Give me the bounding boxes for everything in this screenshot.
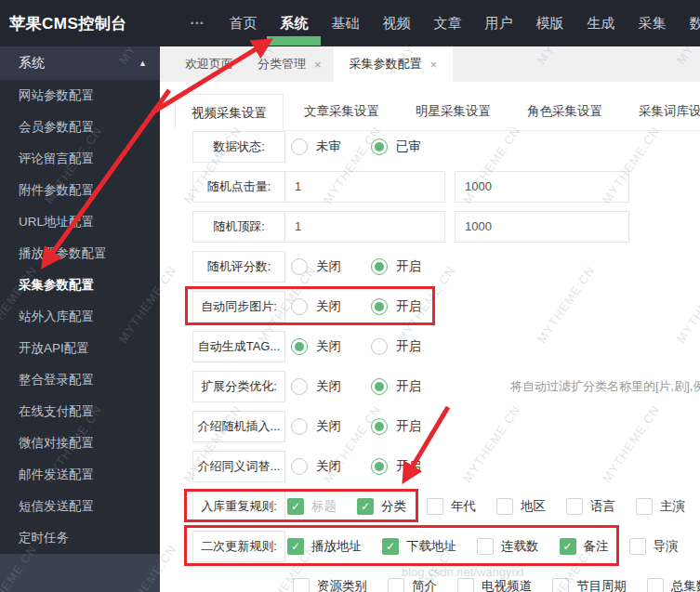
checkbox-title[interactable]: 标题 xyxy=(287,498,337,515)
radio-unaudited[interactable]: 未审 xyxy=(291,138,371,155)
form-row-intro-synonym-replace: 介绍同义词替... 关闭 开启 xyxy=(192,451,700,482)
checkbox-total-episodes[interactable]: 总集数 xyxy=(647,578,700,592)
sidebar-item-open-api[interactable]: 开放API配置 xyxy=(0,333,160,364)
form-row-auto-tag: 自动生成TAG... 关闭 开启 xyxy=(192,331,700,362)
form-row-extend-category-optimize: 扩展分类优化: 关闭 开启 将自动过滤扩分类名称里的[片,剧],例如动作片会 xyxy=(192,371,700,402)
sidebar-item-email-config[interactable]: 邮件发送配置 xyxy=(0,459,160,491)
subtab-video-collect[interactable]: 视频采集设置 xyxy=(175,94,284,131)
close-icon[interactable]: × xyxy=(430,59,438,71)
random-updown-max-input[interactable]: 1000 xyxy=(455,211,629,243)
form-row-random-score: 随机评分数: 关闭 开启 xyxy=(192,251,700,283)
checkbox-icon xyxy=(560,538,576,555)
subtab-thesaurus-collect[interactable]: 采集词库设置 xyxy=(623,93,700,130)
checkbox-serial-count[interactable]: 连载数 xyxy=(477,538,539,555)
sidebar-item-member-params[interactable]: 会员参数配置 xyxy=(0,112,160,143)
form-row-random-updown: 随机顶踩: 1 1000 xyxy=(192,211,700,243)
radio-off[interactable]: 关闭 xyxy=(291,298,371,315)
checkbox-icon xyxy=(566,498,583,515)
subtab-role-collect[interactable]: 角色采集设置 xyxy=(511,93,618,130)
collect-settings-subtabs: 视频采集设置 文章采集设置 明星采集设置 角色采集设置 采集词库设置 xyxy=(175,93,700,131)
field-label: 数据状态: xyxy=(192,131,285,163)
checkbox-play-url[interactable]: 播放地址 xyxy=(287,538,362,555)
sidebar-item-cron-tasks[interactable]: 定时任务 xyxy=(0,522,160,554)
checkbox-icon xyxy=(427,498,443,515)
checkbox-category[interactable]: 分类 xyxy=(357,498,406,515)
radio-on[interactable]: 开启 xyxy=(371,258,451,275)
checkbox-program-cycle[interactable]: 节目周期 xyxy=(552,578,627,592)
sidebar-item-online-payment[interactable]: 在线支付配置 xyxy=(0,396,160,428)
checkbox-icon xyxy=(457,578,474,592)
subtab-article-collect[interactable]: 文章采集设置 xyxy=(288,93,395,130)
form-row-intro-random-insert: 介绍随机插入... 关闭 开启 xyxy=(192,411,700,442)
sidebar-item-comment-config[interactable]: 评论留言配置 xyxy=(0,143,160,175)
nav-item-user[interactable]: 用户 xyxy=(484,15,512,33)
field-label: 扩展分类优化: xyxy=(192,371,285,402)
sidebar-item-player-params[interactable]: 播放器参数配置 xyxy=(0,238,160,270)
nav-item-data-clipped[interactable]: 数据 xyxy=(689,15,700,33)
form-row-random-clicks: 随机点击量: 1 1000 xyxy=(192,171,700,203)
checkbox-area[interactable]: 地区 xyxy=(496,498,546,515)
random-clicks-max-input[interactable]: 1000 xyxy=(455,171,629,203)
more-menu-icon[interactable]: ••• xyxy=(191,19,205,28)
close-icon[interactable]: × xyxy=(314,59,322,71)
checkbox-actor[interactable]: 主演 xyxy=(636,498,685,515)
checkbox-language[interactable]: 语言 xyxy=(566,498,615,515)
radio-on[interactable]: 开启 xyxy=(371,378,451,395)
sidebar-item-collect-params[interactable]: 采集参数配置 xyxy=(0,270,160,301)
radio-off[interactable]: 关闭 xyxy=(291,458,371,475)
nav-item-template[interactable]: 模版 xyxy=(535,15,563,33)
tab-welcome[interactable]: 欢迎页面 xyxy=(173,46,245,82)
radio-off[interactable]: 关闭 xyxy=(291,338,371,355)
random-clicks-min-input[interactable]: 1 xyxy=(284,171,445,203)
radio-on[interactable]: 开启 xyxy=(371,458,451,475)
radio-on[interactable]: 开启 xyxy=(371,338,451,355)
checkbox-synopsis[interactable]: 简介 xyxy=(388,578,437,592)
sidebar-section-system[interactable]: 系统 ▲ xyxy=(0,46,160,80)
form-row-auto-sync-images: 自动同步图片: 关闭 开启 xyxy=(192,291,700,322)
checkbox-icon xyxy=(287,538,304,555)
checkbox-director[interactable]: 导演 xyxy=(629,538,679,555)
sidebar-item-url-config[interactable]: URL地址配置 xyxy=(0,206,160,238)
nav-item-basic[interactable]: 基础 xyxy=(331,15,359,33)
radio-audited[interactable]: 已审 xyxy=(371,138,451,155)
checkbox-icon xyxy=(552,578,569,592)
sidebar-item-site-params[interactable]: 网站参数配置 xyxy=(0,80,160,112)
nav-item-collect[interactable]: 采集 xyxy=(638,15,666,33)
nav-item-system[interactable]: 系统 xyxy=(280,15,308,33)
checkbox-resource-type[interactable]: 资源类别 xyxy=(293,578,367,592)
radio-icon xyxy=(291,298,308,315)
radio-on[interactable]: 开启 xyxy=(371,298,451,315)
radio-icon xyxy=(371,378,388,395)
sidebar-item-offsite-import[interactable]: 站外入库配置 xyxy=(0,301,160,333)
radio-off[interactable]: 关闭 xyxy=(291,418,371,435)
nav-item-home[interactable]: 首页 xyxy=(229,15,257,33)
sidebar-item-sms-config[interactable]: 短信发送配置 xyxy=(0,491,160,522)
checkbox-icon xyxy=(477,538,494,555)
checkbox-remarks[interactable]: 备注 xyxy=(560,538,609,555)
radio-icon xyxy=(291,458,308,475)
app-title: 苹果CMS控制台 xyxy=(0,13,160,34)
radio-off[interactable]: 关闭 xyxy=(291,258,371,275)
random-updown-min-input[interactable]: 1 xyxy=(284,211,445,243)
nav-item-article[interactable]: 文章 xyxy=(433,15,461,33)
checkbox-year[interactable]: 年代 xyxy=(427,498,476,515)
radio-off[interactable]: 关闭 xyxy=(291,378,371,395)
radio-icon xyxy=(371,298,388,315)
checkbox-download-url[interactable]: 下载地址 xyxy=(382,538,456,555)
subtab-star-collect[interactable]: 明星采集设置 xyxy=(400,93,507,130)
checkbox-tv-channel[interactable]: 电视频道 xyxy=(457,578,532,592)
top-nav-menu: 首页 系统 基础 视频 文章 用户 模版 生成 采集 数据 xyxy=(229,15,700,33)
checkbox-icon xyxy=(647,578,664,592)
nav-item-video[interactable]: 视频 xyxy=(382,15,410,33)
checkbox-icon xyxy=(388,578,404,592)
collapse-up-icon: ▲ xyxy=(139,59,147,68)
radio-on[interactable]: 开启 xyxy=(371,418,451,435)
tab-collect-params[interactable]: 采集参数配置 × xyxy=(334,46,454,82)
checkbox-icon xyxy=(636,498,653,515)
nav-item-generate[interactable]: 生成 xyxy=(587,15,614,33)
tab-category-manage[interactable]: 分类管理 × xyxy=(245,46,334,82)
sidebar-item-integrated-login[interactable]: 整合登录配置 xyxy=(0,364,160,396)
sidebar-item-wechat-config[interactable]: 微信对接配置 xyxy=(0,428,160,459)
radio-icon xyxy=(291,338,308,355)
sidebar-item-attachment-params[interactable]: 附件参数配置 xyxy=(0,175,160,206)
